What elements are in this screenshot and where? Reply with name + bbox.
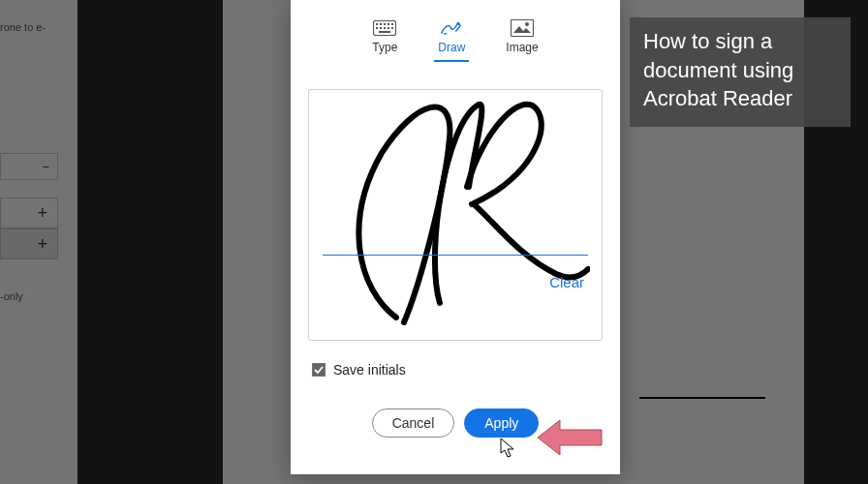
signature-canvas[interactable]: Clear xyxy=(308,89,603,341)
signature-method-tabs: Type Draw Image xyxy=(291,17,620,62)
callout-arrow-icon xyxy=(536,418,604,457)
svg-rect-5 xyxy=(391,23,393,25)
save-initials-label: Save initials xyxy=(333,362,406,378)
tab-image[interactable]: Image xyxy=(500,17,543,56)
tab-image-label: Image xyxy=(506,41,538,54)
save-initials-row: Save initials xyxy=(312,362,599,378)
svg-rect-11 xyxy=(379,31,390,33)
svg-rect-9 xyxy=(388,27,389,29)
signature-baseline xyxy=(323,255,588,256)
svg-rect-3 xyxy=(384,23,386,25)
cancel-button[interactable]: Cancel xyxy=(372,408,455,438)
svg-rect-1 xyxy=(376,23,378,25)
tab-type-label: Type xyxy=(372,41,397,54)
svg-rect-13 xyxy=(512,20,534,37)
keyboard-icon xyxy=(373,19,396,37)
tab-draw-label: Draw xyxy=(438,41,465,54)
svg-rect-10 xyxy=(391,27,393,29)
svg-point-12 xyxy=(457,22,460,25)
tab-type[interactable]: Type xyxy=(366,17,403,56)
svg-rect-4 xyxy=(388,23,389,25)
apply-button[interactable]: Apply xyxy=(464,408,539,438)
save-initials-checkbox[interactable] xyxy=(312,363,326,377)
svg-rect-2 xyxy=(380,23,382,25)
tab-draw[interactable]: Draw xyxy=(432,17,471,56)
svg-rect-6 xyxy=(376,27,378,29)
svg-point-15 xyxy=(525,22,529,26)
svg-marker-14 xyxy=(513,26,531,33)
image-icon xyxy=(511,19,534,37)
tutorial-caption: How to sign a document using Acrobat Rea… xyxy=(630,17,851,127)
svg-rect-7 xyxy=(380,27,382,29)
pen-draw-icon xyxy=(440,19,463,37)
clear-signature-link[interactable]: Clear xyxy=(549,274,584,290)
svg-rect-8 xyxy=(384,27,386,29)
signature-dialog: Type Draw Image Clear Save initials xyxy=(291,0,620,474)
drawn-signature xyxy=(328,95,590,337)
